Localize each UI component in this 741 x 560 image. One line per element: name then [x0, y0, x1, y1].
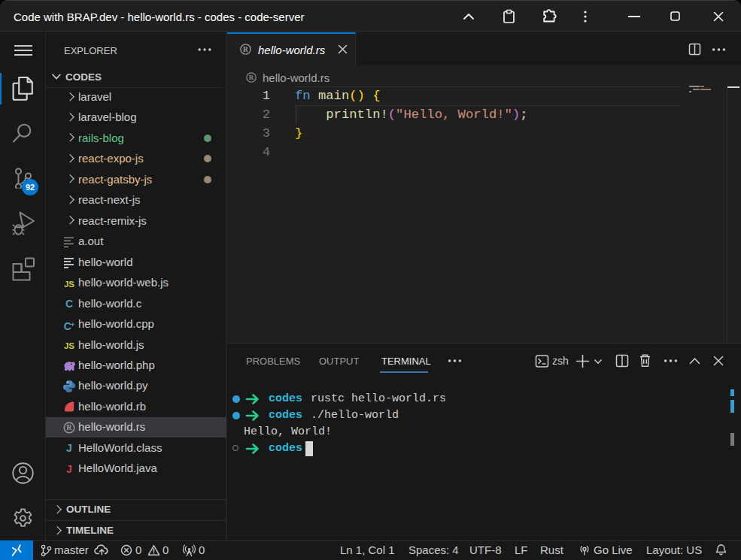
- svg-text:R: R: [249, 74, 254, 81]
- svg-text:R: R: [67, 424, 72, 431]
- svg-text:R: R: [243, 46, 248, 53]
